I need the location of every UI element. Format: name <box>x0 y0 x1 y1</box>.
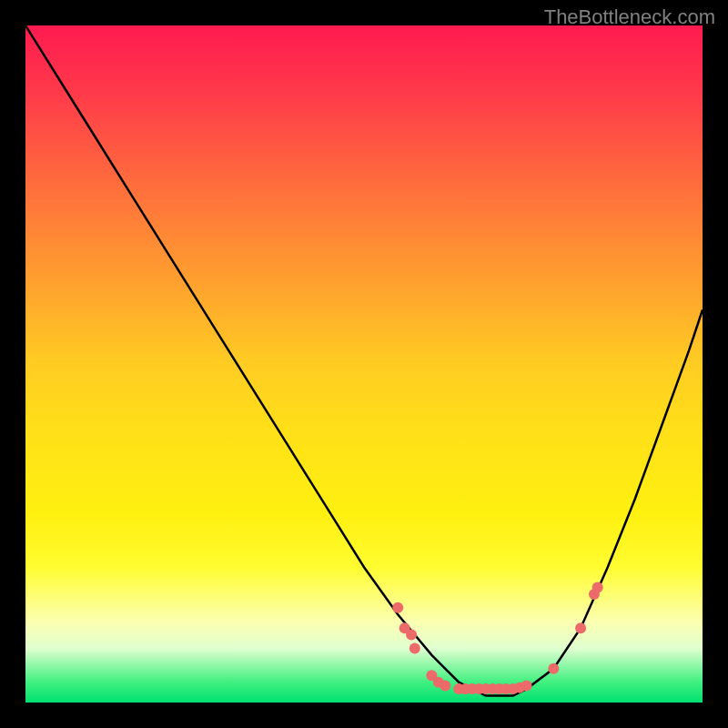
watermark-text: TheBottleneck.com <box>544 5 715 29</box>
chart-markers <box>392 582 602 695</box>
chart-marker <box>521 680 532 691</box>
chart-svg <box>25 25 703 703</box>
chart-marker <box>392 602 403 613</box>
chart-marker <box>406 630 417 641</box>
chart-marker <box>410 642 420 653</box>
chart-curve <box>25 25 703 696</box>
chart-marker <box>592 582 603 593</box>
chart-marker <box>440 680 450 691</box>
chart-marker <box>575 622 586 633</box>
chart-marker <box>548 663 559 674</box>
chart-plot-area <box>25 25 703 703</box>
